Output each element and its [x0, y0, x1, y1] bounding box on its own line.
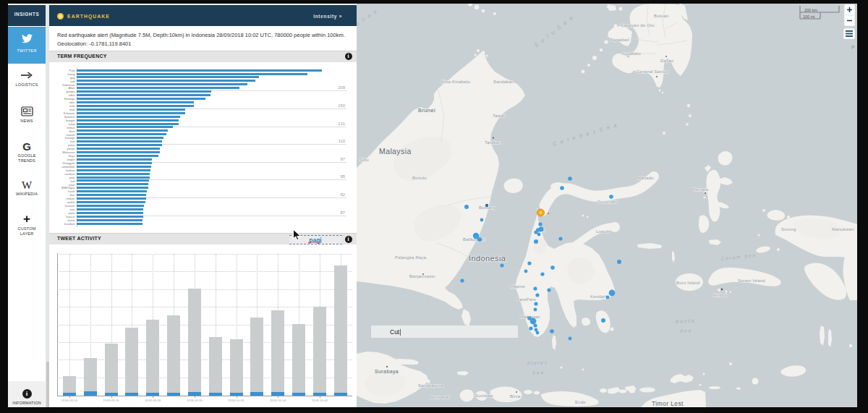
svg-text:Palangka Raya: Palangka Raya — [395, 255, 427, 260]
svg-text:Sandakan: Sandakan — [493, 80, 514, 84]
svg-text:Pagadian: Pagadian — [610, 38, 629, 42]
svg-text:Kota Kinabalu: Kota Kinabalu — [441, 80, 470, 84]
svg-text:Sea: Sea — [532, 370, 545, 375]
svg-text:Indonesia: Indonesia — [469, 254, 506, 263]
svg-text:Cagayan de Oro: Cagayan de Oro — [621, 23, 655, 27]
svg-text:Butuan: Butuan — [654, 14, 668, 18]
svg-text:Luwuk: Luwuk — [596, 229, 610, 234]
svg-text:Manado: Manado — [637, 176, 654, 180]
svg-text:Malaysia: Malaysia — [379, 147, 412, 156]
svg-text:Sumbaw: Sumbaw — [475, 393, 493, 398]
svg-text:Surabaya: Surabaya — [375, 369, 399, 375]
svg-text:Bima: Bima — [510, 394, 521, 399]
svg-text:Ternate: Ternate — [693, 187, 709, 192]
svg-text:Seram Island: Seram Island — [738, 278, 765, 283]
svg-text:Sea: Sea — [680, 328, 692, 333]
svg-text:General Santos: General Santos — [637, 69, 669, 74]
svg-text:Sangkapura: Sangkapura — [418, 383, 443, 388]
svg-text:Majene: Majene — [510, 284, 525, 289]
svg-text:Gorontalo: Gorontalo — [597, 200, 618, 204]
svg-text:Cut: Cut — [390, 328, 400, 336]
svg-text:200 km: 200 km — [804, 8, 817, 12]
svg-text:Manokwari: Manokwari — [832, 227, 854, 231]
svg-text:Tarakan: Tarakan — [485, 140, 501, 145]
svg-text:Cotabato: Cotabato — [622, 51, 641, 56]
svg-text:Kendari: Kendari — [590, 294, 606, 299]
svg-text:Timor Lest: Timor Lest — [652, 400, 684, 407]
svg-text:Sorong: Sorong — [781, 227, 796, 231]
svg-text:P: P — [851, 45, 855, 50]
svg-text:Buru Island: Buru Island — [676, 281, 700, 285]
svg-text:100 mi: 100 mi — [803, 14, 815, 19]
svg-text:Ende: Ende — [575, 400, 586, 404]
svg-text:Davao: Davao — [660, 59, 674, 63]
svg-text:Denpasar: Denpasar — [430, 395, 450, 399]
svg-text:Brunei: Brunei — [418, 107, 435, 114]
svg-text:Ambon: Ambon — [713, 293, 728, 297]
svg-text:Bintulu: Bintulu — [412, 176, 427, 180]
svg-text:Banjarmasin: Banjarmasin — [409, 274, 435, 278]
svg-text:Tawau: Tawau — [493, 114, 506, 118]
svg-text:Sibu: Sibu — [359, 158, 369, 162]
svg-text:ParePare: ParePare — [516, 297, 536, 302]
